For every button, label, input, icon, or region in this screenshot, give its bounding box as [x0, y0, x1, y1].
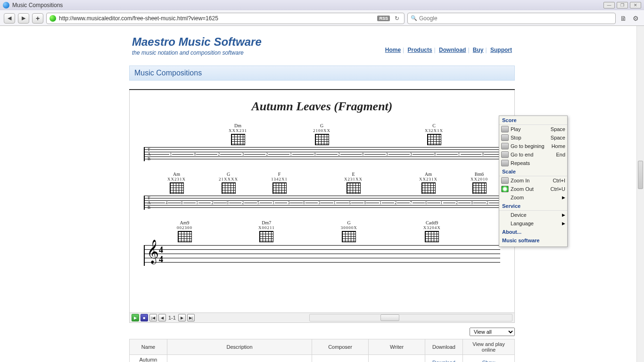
browser-toolbar: ◀ ▶ + RSS ↻ 🔍 🗎 ⚙ [0, 10, 644, 25]
search-input[interactable] [419, 15, 612, 22]
chord-bm6: Bm6XX2010 [471, 172, 488, 194]
chord-am9: Am9002300 [177, 220, 192, 242]
horizontal-scrollbar[interactable] [309, 314, 512, 321]
nav-download[interactable]: Download [439, 47, 466, 53]
chord-diagram-icon [259, 231, 273, 242]
cell-download: Download [425, 355, 463, 362]
rss-badge[interactable]: RSS [377, 16, 390, 21]
url-bar[interactable]: RSS ↻ [46, 13, 405, 24]
table-header-row: Name Description Composer Writer Downloa… [130, 339, 515, 355]
panel-zoom-in[interactable]: Zoom InCtrl+I [499, 176, 567, 185]
show-link[interactable]: Show [482, 360, 495, 362]
site-nav: Home| Products| Download| Buy| Support [385, 47, 512, 56]
chord-diagram-icon [178, 231, 192, 242]
nav-home[interactable]: Home [385, 47, 401, 53]
panel-zoom[interactable]: Zoom▶ [499, 193, 567, 202]
tab-notes: 10232102033010 [159, 146, 495, 162]
tab-staff-1: TAB 10232102033010 [144, 147, 500, 161]
viewport: Maestro Music Software the music notatio… [0, 26, 644, 362]
skip-start-icon [501, 143, 509, 149]
panel-play[interactable]: PlaySpace [499, 125, 567, 133]
panel-go-end[interactable]: Go to endEnd [499, 150, 567, 159]
cell-composer [312, 355, 369, 362]
score-title: Autumn Leaves (Fragment) [144, 99, 500, 114]
chevron-right-icon: ▶ [562, 221, 565, 226]
search-bar[interactable]: 🔍 [407, 13, 616, 24]
chord-group-3: Am9002300 Dm7X00211 G30000X Cadd9X3204X [177, 220, 500, 242]
repeat-icon [501, 160, 509, 166]
add-tab-button[interactable]: + [32, 13, 43, 24]
time-signature: 44 [159, 245, 163, 264]
zoom-out-icon [501, 186, 509, 192]
page-menu-icon[interactable]: 🗎 [619, 14, 628, 23]
chord-diagram-icon [427, 134, 441, 145]
stop-button[interactable]: ■ [140, 314, 148, 321]
panel-go-beginning[interactable]: Go to beginingHome [499, 142, 567, 150]
staff-row-3: Am9002300 Dm7X00211 G30000X Cadd9X3204X … [144, 220, 500, 266]
cell-name: Autumn Leaves [130, 355, 167, 362]
panel-language[interactable]: Language▶ [499, 219, 567, 228]
chord-g2: G21XXXX [219, 172, 238, 194]
panel-zoom-out[interactable]: Zoom OutCtrl+U [499, 185, 567, 193]
zoom-in-icon [501, 177, 509, 184]
nav-support[interactable]: Support [490, 47, 512, 53]
first-page-button[interactable]: |◀ [149, 314, 157, 321]
close-button[interactable]: ✕ [630, 2, 641, 8]
section-title: Music Compositions [129, 66, 515, 81]
treble-clef-icon: 𝄞 [147, 241, 159, 262]
col-writer: Writer [369, 339, 425, 355]
forward-button[interactable]: ▶ [18, 13, 29, 24]
chord-am: AmXX231X [167, 172, 186, 194]
back-button[interactable]: ◀ [4, 13, 15, 24]
panel-service-header: Service [499, 202, 567, 211]
panel-stop[interactable]: StopSpace [499, 133, 567, 142]
nav-buy[interactable]: Buy [473, 47, 484, 53]
cell-writer [369, 355, 425, 362]
prev-page-button[interactable]: ◀ [158, 314, 166, 321]
site-tagline: the music notation and composition softw… [132, 49, 262, 56]
site-logo: Maestro Music Software the music notatio… [132, 35, 262, 56]
scrollbar-thumb[interactable] [638, 161, 643, 189]
stop-icon [501, 134, 509, 141]
filter-row: View all [129, 328, 515, 336]
chord-diagram-icon [425, 231, 439, 242]
col-description: Description [167, 339, 312, 355]
view-filter-select[interactable]: View all [470, 328, 515, 336]
panel-scale-header: Scale [499, 167, 567, 176]
chord-dm7: Dm7X00211 [258, 220, 275, 242]
music-staff: 𝄞 44 [144, 245, 500, 266]
chord-diagram-icon [272, 182, 287, 194]
main-scrollbar[interactable] [636, 26, 644, 362]
score-viewer: Autumn Leaves (Fragment) DmXXX231 G2100X… [129, 89, 515, 323]
chord-diagram-icon [421, 182, 436, 194]
search-icon: 🔍 [411, 15, 417, 21]
nav-products[interactable]: Products [408, 47, 432, 53]
scrollbar-thumb[interactable] [380, 314, 399, 321]
score-control-panel: Score PlaySpace StopSpace Go to begining… [499, 115, 568, 247]
cell-view: Show [463, 355, 515, 362]
last-page-button[interactable]: ▶| [187, 314, 195, 321]
staff-row-1: DmXXX231 G2100XX CX32X1X TAB 10232102033… [144, 123, 500, 161]
col-view: View and play online [463, 339, 515, 355]
minimize-button[interactable]: — [603, 2, 615, 8]
site-name: Maestro Music Software [132, 35, 262, 49]
panel-device[interactable]: Device▶ [499, 211, 567, 219]
gear-icon[interactable]: ⚙ [631, 14, 640, 23]
tab-notes: 4012025130316012701202 [159, 195, 495, 211]
maximize-button[interactable]: ❐ [617, 2, 628, 8]
panel-music-software[interactable]: Music software [499, 236, 567, 245]
play-button[interactable]: ▶ [132, 314, 139, 321]
score-area[interactable]: Autumn Leaves (Fragment) DmXXX231 G2100X… [129, 90, 515, 313]
chord-diagram-icon [342, 231, 356, 242]
panel-about[interactable]: About... [499, 228, 567, 236]
next-page-button[interactable]: ▶ [178, 314, 186, 321]
download-link[interactable]: Download [432, 360, 455, 362]
chord-diagram-icon [222, 182, 236, 194]
reload-button[interactable]: ↻ [393, 15, 401, 22]
url-input[interactable] [59, 15, 374, 22]
panel-repeats[interactable]: Repeats [499, 159, 567, 167]
tab-label: TAB [148, 196, 151, 210]
tab-label: TAB [148, 147, 151, 161]
site-favicon-icon [50, 15, 56, 22]
cell-description [167, 355, 312, 362]
